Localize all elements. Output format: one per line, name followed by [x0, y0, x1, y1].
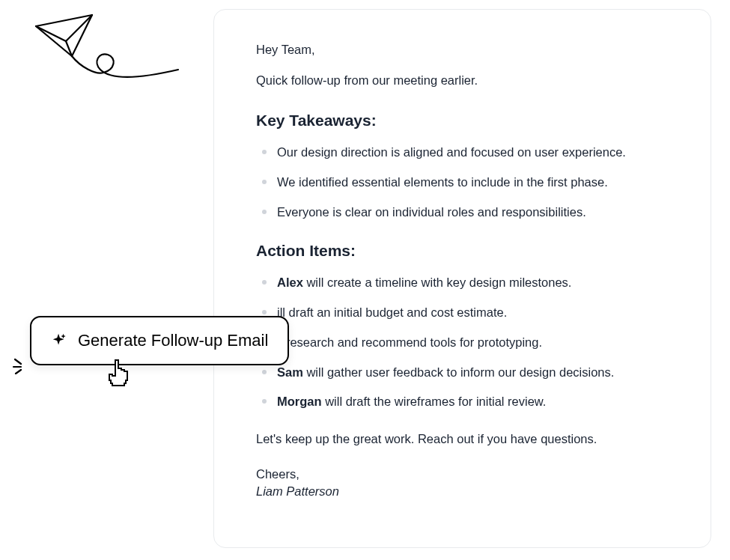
email-signature: Liam Patterson: [256, 484, 669, 499]
click-emphasis-lines: [12, 355, 31, 374]
takeaways-list: Our design direction is aligned and focu…: [256, 143, 669, 221]
cursor-hand-icon: [105, 358, 132, 388]
takeaways-heading: Key Takeaways:: [256, 112, 669, 130]
svg-line-0: [15, 359, 21, 364]
generate-button-label: Generate Follow-up Email: [78, 331, 268, 350]
list-item: We identified essential elements to incl…: [256, 173, 669, 192]
list-item: ill draft an initial budget and cost est…: [256, 303, 669, 322]
list-item: Sam will gather user feedback to inform …: [256, 363, 669, 382]
list-item: Morgan will draft the wireframes for ini…: [256, 392, 669, 411]
email-output-card: Hey Team, Quick follow-up from our meeti…: [213, 9, 711, 548]
email-greeting: Hey Team,: [256, 43, 669, 57]
list-item: Everyone is clear on individual roles an…: [256, 203, 669, 222]
list-item: Alex will create a timeline with key des…: [256, 273, 669, 292]
actions-heading: Action Items:: [256, 242, 669, 260]
sparkle-icon: [51, 332, 67, 349]
generate-followup-email-button[interactable]: Generate Follow-up Email: [30, 316, 289, 365]
svg-line-2: [16, 370, 21, 374]
email-closing: Let's keep up the great work. Reach out …: [256, 432, 669, 446]
list-item: ll research and recommend tools for prot…: [256, 333, 669, 352]
paper-plane-illustration: [28, 11, 186, 101]
email-signoff: Cheers,: [256, 467, 669, 481]
email-intro: Quick follow-up from our meeting earlier…: [256, 73, 669, 88]
actions-list: Alex will create a timeline with key des…: [256, 273, 669, 411]
list-item: Our design direction is aligned and focu…: [256, 143, 669, 162]
